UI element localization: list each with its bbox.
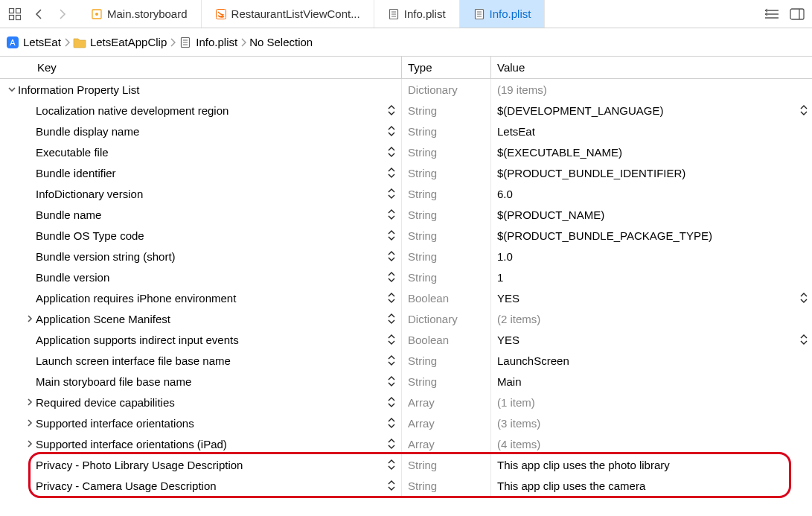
table-row[interactable]: Executable fileString$(EXECUTABLE_NAME) — [0, 141, 812, 162]
cell-key[interactable]: Bundle version — [0, 267, 402, 287]
cell-type[interactable]: Array — [402, 433, 491, 454]
breadcrumb-item-0[interactable]: ALetsEat — [6, 36, 61, 49]
key-stepper-icon[interactable] — [385, 376, 398, 386]
disclosure-triangle-icon[interactable] — [24, 419, 36, 427]
key-stepper-icon[interactable] — [385, 147, 398, 157]
cell-value[interactable]: 1 — [491, 267, 812, 287]
cell-key[interactable]: Privacy - Photo Library Usage Descriptio… — [0, 454, 402, 475]
breadcrumb-item-1[interactable]: LetsEatAppClip — [73, 36, 167, 49]
key-stepper-icon[interactable] — [385, 313, 398, 324]
cell-key[interactable]: Application supports indirect input even… — [0, 329, 402, 350]
cell-type[interactable]: String — [402, 100, 491, 121]
cell-value[interactable]: This app clip uses the camera — [491, 475, 812, 496]
cell-value[interactable]: $(DEVELOPMENT_LANGUAGE) — [491, 100, 812, 121]
adjust-editor-icon[interactable] — [788, 5, 806, 23]
key-stepper-icon[interactable] — [385, 230, 398, 241]
cell-key[interactable]: Application requires iPhone environment — [0, 287, 402, 308]
cell-type[interactable]: String — [402, 475, 491, 496]
tab-2[interactable]: Info.plist — [374, 0, 460, 28]
cell-value[interactable]: (1 item) — [491, 392, 812, 413]
disclosure-triangle-icon[interactable] — [6, 86, 18, 93]
cell-value[interactable]: 1.0 — [491, 246, 812, 267]
key-stepper-icon[interactable] — [385, 334, 398, 345]
table-row[interactable]: Main storyboard file base nameStringMain — [0, 371, 812, 392]
cell-type[interactable]: Boolean — [402, 329, 491, 350]
cell-value[interactable]: LaunchScreen — [491, 350, 812, 371]
cell-key[interactable]: Information Property List — [0, 79, 402, 100]
cell-type[interactable]: String — [402, 183, 491, 204]
key-stepper-icon[interactable] — [385, 293, 398, 303]
table-row[interactable]: Launch screen interface file base nameSt… — [0, 350, 812, 371]
table-row[interactable]: Bundle OS Type codeString$(PRODUCT_BUNDL… — [0, 225, 812, 246]
disclosure-triangle-icon[interactable] — [24, 398, 36, 406]
disclosure-triangle-icon[interactable] — [24, 315, 36, 322]
key-stepper-icon[interactable] — [385, 272, 398, 282]
table-row[interactable]: Privacy - Camera Usage DescriptionString… — [0, 475, 812, 496]
cell-value[interactable]: YES — [491, 287, 812, 308]
table-row[interactable]: Application requires iPhone environmentB… — [0, 287, 812, 308]
cell-type[interactable]: Dictionary — [402, 308, 491, 329]
cell-type[interactable]: String — [402, 371, 491, 392]
table-row[interactable]: Application Scene ManifestDictionary(2 i… — [0, 308, 812, 329]
cell-type[interactable]: String — [402, 121, 491, 141]
table-row[interactable]: Privacy - Photo Library Usage Descriptio… — [0, 454, 812, 475]
key-stepper-icon[interactable] — [385, 168, 398, 178]
table-row[interactable]: Bundle version string (short)String1.0 — [0, 246, 812, 267]
cell-value[interactable]: LetsEat — [491, 121, 812, 141]
cell-value[interactable]: $(EXECUTABLE_NAME) — [491, 141, 812, 162]
cell-type[interactable]: String — [402, 162, 491, 183]
cell-type[interactable]: String — [402, 246, 491, 267]
cell-value[interactable]: (19 items) — [491, 79, 812, 100]
key-stepper-icon[interactable] — [385, 209, 398, 220]
key-stepper-icon[interactable] — [385, 459, 398, 470]
editor-options-icon[interactable] — [763, 5, 781, 23]
key-stepper-icon[interactable] — [385, 105, 398, 115]
cell-key[interactable]: Application Scene Manifest — [0, 308, 402, 329]
cell-key[interactable]: Bundle identifier — [0, 162, 402, 183]
table-row[interactable]: InfoDictionary versionString6.0 — [0, 183, 812, 204]
key-stepper-icon[interactable] — [385, 355, 398, 366]
disclosure-triangle-icon[interactable] — [24, 440, 36, 447]
cell-value[interactable]: This app clip uses the photo library — [491, 454, 812, 475]
cell-value[interactable]: $(PRODUCT_BUNDLE_PACKAGE_TYPE) — [491, 225, 812, 246]
table-row[interactable]: Supported interface orientations (iPad)A… — [0, 433, 812, 454]
cell-type[interactable]: String — [402, 267, 491, 287]
cell-type[interactable]: String — [402, 454, 491, 475]
cell-type[interactable]: String — [402, 350, 491, 371]
cell-type[interactable]: Boolean — [402, 287, 491, 308]
cell-key[interactable]: Main storyboard file base name — [0, 371, 402, 392]
value-stepper-icon[interactable] — [800, 293, 808, 303]
tab-0[interactable]: Main.storyboard — [77, 0, 202, 28]
cell-value[interactable]: $(PRODUCT_NAME) — [491, 204, 812, 225]
value-stepper-icon[interactable] — [800, 105, 808, 115]
cell-value[interactable]: (2 items) — [491, 308, 812, 329]
column-header-value[interactable]: Value — [491, 57, 812, 78]
cell-type[interactable]: Array — [402, 413, 491, 433]
cell-value[interactable]: 6.0 — [491, 183, 812, 204]
value-stepper-icon[interactable] — [800, 334, 808, 345]
related-items-icon[interactable] — [6, 5, 24, 23]
cell-value[interactable]: (3 items) — [491, 413, 812, 433]
key-stepper-icon[interactable] — [385, 480, 398, 491]
tab-1[interactable]: RestaurantListViewCont... — [202, 0, 374, 28]
column-header-key[interactable]: Key — [0, 57, 402, 78]
cell-value[interactable]: YES — [491, 329, 812, 350]
key-stepper-icon[interactable] — [385, 126, 398, 136]
cell-value[interactable]: Main — [491, 371, 812, 392]
cell-key[interactable]: Bundle name — [0, 204, 402, 225]
table-row[interactable]: Bundle nameString$(PRODUCT_NAME) — [0, 204, 812, 225]
cell-key[interactable]: Privacy - Camera Usage Description — [0, 475, 402, 496]
column-header-type[interactable]: Type — [402, 57, 491, 78]
key-stepper-icon[interactable] — [385, 418, 398, 428]
cell-type[interactable]: Dictionary — [402, 79, 491, 100]
cell-key[interactable]: Localization native development region — [0, 100, 402, 121]
breadcrumb-item-3[interactable]: No Selection — [249, 36, 313, 48]
cell-key[interactable]: Executable file — [0, 141, 402, 162]
cell-key[interactable]: Supported interface orientations — [0, 413, 402, 433]
cell-key[interactable]: Supported interface orientations (iPad) — [0, 433, 402, 454]
history-forward-icon[interactable] — [54, 5, 71, 23]
key-stepper-icon[interactable] — [385, 439, 398, 449]
tab-3[interactable]: Info.plist — [460, 0, 546, 28]
cell-key[interactable]: InfoDictionary version — [0, 183, 402, 204]
cell-key[interactable]: Required device capabilities — [0, 392, 402, 413]
